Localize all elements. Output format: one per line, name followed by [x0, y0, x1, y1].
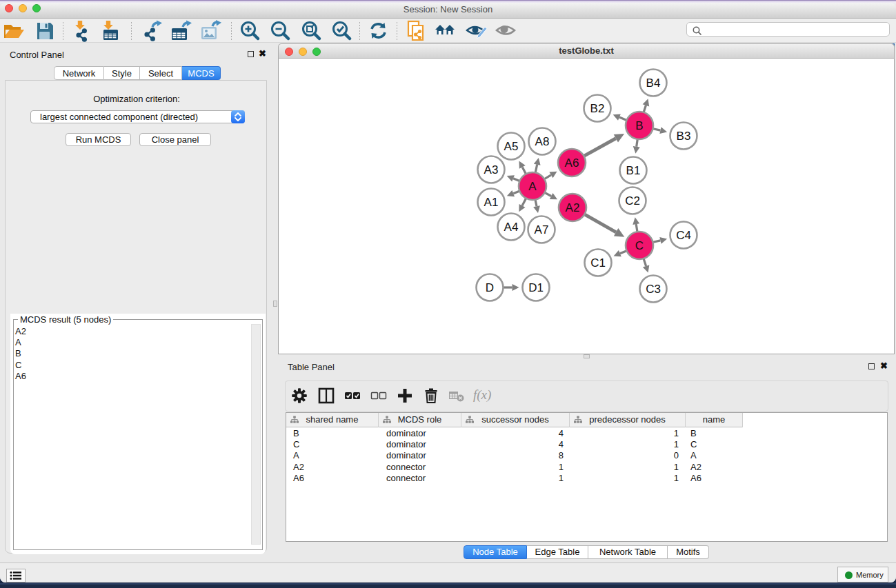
svg-text:C4: C4	[676, 229, 691, 242]
svg-text:A8: A8	[535, 135, 550, 148]
svg-text:B1: B1	[626, 164, 641, 177]
svg-text:C: C	[635, 239, 644, 252]
svg-text:C2: C2	[625, 194, 640, 207]
svg-text:C1: C1	[590, 256, 606, 270]
svg-text:A: A	[528, 180, 537, 193]
svg-text:C3: C3	[646, 283, 661, 296]
svg-text:B4: B4	[646, 77, 661, 90]
svg-text:A4: A4	[504, 221, 519, 234]
svg-text:D1: D1	[528, 281, 544, 294]
svg-text:B3: B3	[677, 130, 691, 143]
svg-text:B: B	[635, 119, 643, 132]
svg-text:A1: A1	[484, 196, 499, 209]
svg-text:D: D	[486, 281, 494, 294]
svg-text:A5: A5	[504, 140, 519, 153]
svg-text:A7: A7	[535, 223, 549, 236]
svg-text:B2: B2	[590, 102, 605, 115]
svg-text:A3: A3	[484, 163, 499, 176]
svg-text:A2: A2	[566, 201, 580, 214]
svg-text:A6: A6	[565, 156, 579, 170]
